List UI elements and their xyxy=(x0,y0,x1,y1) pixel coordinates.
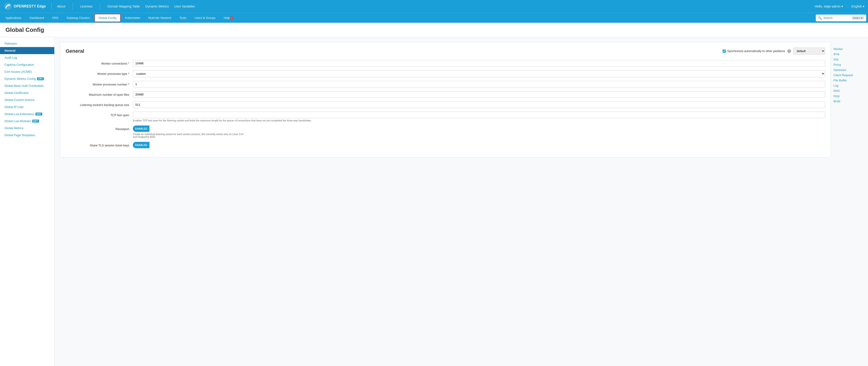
sidebar-item-global-metrics[interactable]: Global Metrics xyxy=(0,124,54,132)
page-title: Global Config xyxy=(5,26,863,33)
sidebar-item-lua-modules[interactable]: Global Lua Modules ENT xyxy=(0,117,54,124)
globe-icon: 🌐 xyxy=(847,4,850,8)
dynamic-metrics-link[interactable]: Dynamic Metrics xyxy=(145,4,169,8)
sidebar-item-lua-extensions[interactable]: Global Lua Extensions ENT xyxy=(0,111,54,117)
top-header: OPENRESTY Edge About Licenses Domain Map… xyxy=(0,0,868,13)
required-star: * xyxy=(127,62,129,65)
worker-processes-type-label: Worker processes type * xyxy=(66,70,129,76)
backlog-queue-label: Listening socket's backlog queue size xyxy=(66,102,129,107)
worker-processes-type-select[interactable]: custom auto xyxy=(133,70,825,77)
right-link-ssl[interactable]: SSL xyxy=(834,57,860,62)
form-card: General Synchronize automatically to oth… xyxy=(60,42,831,158)
top-nav: About Licenses Domain Mapping Table Dyna… xyxy=(57,3,811,10)
reuseport-toggle[interactable]: ENABLED xyxy=(133,125,156,132)
right-link-proxy[interactable]: Proxy xyxy=(834,62,860,67)
tab-users-groups[interactable]: Users & Groups xyxy=(191,14,219,22)
sidebar-item-general[interactable]: General xyxy=(0,47,54,54)
ent-badge-lua-ext: ENT xyxy=(35,113,42,115)
tcp-fast-open-input[interactable] xyxy=(133,112,825,118)
section-header: General Synchronize automatically to oth… xyxy=(66,48,825,55)
tab-tools[interactable]: Tools xyxy=(176,14,190,22)
sidebar-item-audit-log[interactable]: Audit Log xyxy=(0,54,54,61)
partition-select[interactable]: default xyxy=(793,48,825,55)
tls-ticket-keys-toggle-label: ENABLED xyxy=(133,142,149,148)
content-area: General Synchronize automatically to oth… xyxy=(55,37,868,366)
sidebar-item-global-custom-actions[interactable]: Global Custom Actions xyxy=(0,96,54,104)
hello-text: Hello, edge-admin xyxy=(815,4,840,8)
tab-multi-tier-network[interactable]: Multi-tier Network xyxy=(145,14,175,22)
user-variables-link[interactable]: User Variables xyxy=(174,4,195,8)
tcp-fast-open-field-area: Enables TCP fast open for the listening … xyxy=(133,112,825,122)
search-input[interactable] xyxy=(823,16,850,20)
lang-selector[interactable]: 🌐 English ▾ xyxy=(847,4,864,8)
dropdown-arrow-icon: ▾ xyxy=(841,4,843,8)
tab-help[interactable]: Help ● xyxy=(220,14,237,22)
tab-kubernetes[interactable]: Kubernetes xyxy=(122,14,144,22)
search-icon: 🔍 xyxy=(818,16,822,20)
main-layout: Releases General Audit Log Captcha Confi… xyxy=(0,37,868,366)
tab-gateway-clusters[interactable]: Gateway Clusters xyxy=(63,14,94,22)
tab-dns[interactable]: DNS xyxy=(49,14,62,22)
reuseport-row: Reuseport ENABLED Create an individual l… xyxy=(66,125,825,138)
header-right: Hello, edge-admin ▾ 🌐 English ▾ xyxy=(815,4,864,8)
sync-info-icon[interactable]: i xyxy=(787,49,791,53)
ent-badge-lua-mod: ENT xyxy=(32,119,39,122)
worker-processes-type-row: Worker processes type * custom auto xyxy=(66,70,825,77)
sidebar-item-global-ip-lists[interactable]: Global IP Lists xyxy=(0,104,54,111)
sidebar-item-releases[interactable]: Releases xyxy=(0,40,54,47)
max-open-files-input[interactable] xyxy=(133,91,825,98)
tls-ticket-keys-toggle-knob xyxy=(150,142,155,148)
tcp-fast-open-label: TCP fast open xyxy=(66,112,129,117)
sidebar-item-captcha[interactable]: Captcha Configuration xyxy=(0,61,54,68)
section-title: General xyxy=(66,48,84,54)
right-link-ipv6[interactable]: IPv6 xyxy=(834,52,860,57)
right-link-client-request[interactable]: Client Request xyxy=(834,73,860,78)
sync-label[interactable]: Synchronize automatically to other parti… xyxy=(723,49,785,53)
reuseport-toggle-area: ENABLED Create an individual listening s… xyxy=(133,125,246,138)
reuseport-label: Reuseport xyxy=(66,125,129,131)
worker-processes-number-input[interactable] xyxy=(133,81,825,87)
right-link-log[interactable]: Log xyxy=(834,83,860,88)
max-open-files-label: Maximum number of open files xyxy=(66,91,129,96)
right-link-dns[interactable]: DNS xyxy=(834,88,860,93)
right-link-worker[interactable]: Worker xyxy=(834,46,860,52)
logo-area: OPENRESTY Edge xyxy=(4,2,46,10)
page-title-area: Global Config xyxy=(0,23,868,37)
lang-dropdown-icon: ▾ xyxy=(863,4,864,8)
right-link-gzip[interactable]: Gzip xyxy=(834,93,860,98)
backlog-queue-input[interactable] xyxy=(133,102,825,108)
svg-point-0 xyxy=(4,3,11,10)
worker-connections-row: Worker connections * xyxy=(66,60,825,66)
tls-ticket-keys-label: Share TLS session ticket keys xyxy=(66,142,129,147)
sync-area: Synchronize automatically to other parti… xyxy=(723,48,825,55)
worker-connections-input[interactable] xyxy=(133,60,825,66)
header-divider-1 xyxy=(51,3,52,10)
sync-checkbox[interactable] xyxy=(723,50,726,53)
right-link-upstream[interactable]: Upstream xyxy=(834,67,860,73)
nav-bar: Applications Dashboard DNS Gateway Clust… xyxy=(0,13,868,23)
backlog-queue-row: Listening socket's backlog queue size xyxy=(66,102,825,108)
tab-global-config[interactable]: Global Config xyxy=(94,14,121,22)
right-link-brotli[interactable]: Brotli xyxy=(834,98,860,104)
sidebar-item-dynamic-metrics[interactable]: Dynamic Metrics Config ENT xyxy=(0,75,54,82)
worker-processes-number-label: Worker processes number * xyxy=(66,81,129,86)
sidebar-item-cert-issuers[interactable]: Cert Issuers (ACME) xyxy=(0,68,54,75)
tcp-fast-open-row: TCP fast open Enables TCP fast open for … xyxy=(66,112,825,122)
sidebar-item-basic-auth[interactable]: Global Basic Auth Credentials xyxy=(0,82,54,89)
tab-dashboard[interactable]: Dashboard xyxy=(26,14,48,22)
right-link-file-buffer[interactable]: File Buffer xyxy=(834,78,860,83)
tls-ticket-keys-toggle-area: ENABLED xyxy=(133,142,156,148)
reuseport-toggle-label: ENABLED xyxy=(133,125,149,132)
tab-applications[interactable]: Applications xyxy=(2,14,25,22)
licenses-link[interactable]: Licenses xyxy=(80,4,93,8)
about-link[interactable]: About xyxy=(57,4,65,8)
content-with-right: General Synchronize automatically to oth… xyxy=(60,42,863,158)
hello-admin[interactable]: Hello, edge-admin ▾ xyxy=(815,4,843,8)
tls-ticket-keys-toggle[interactable]: ENABLED xyxy=(133,142,156,148)
right-panel: Worker IPv6 SSL Proxy Upstream Client Re… xyxy=(831,42,863,158)
sidebar: Releases General Audit Log Captcha Confi… xyxy=(0,37,55,366)
sidebar-item-page-templates[interactable]: Global Page Templates xyxy=(0,132,54,139)
logo-text: OPENRESTY Edge xyxy=(13,4,46,8)
sidebar-item-global-certs[interactable]: Global Certificates xyxy=(0,89,54,96)
domain-mapping-link[interactable]: Domain Mapping Table xyxy=(107,4,140,8)
